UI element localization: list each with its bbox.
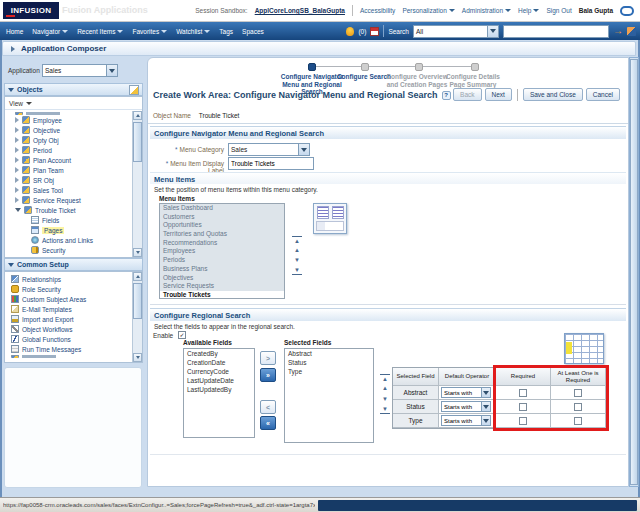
list-item[interactable]: E-Mail Templates — [5, 304, 132, 314]
at-least-one-checkbox[interactable] — [574, 403, 582, 411]
menu-item[interactable]: Opportunities — [160, 221, 284, 230]
alerts-bell-icon[interactable] — [346, 27, 354, 36]
sandbox-link[interactable]: ApplCoreLongSB_BalaGupta — [255, 7, 345, 14]
tree-item[interactable]: Objective — [5, 125, 132, 135]
at-least-one-checkbox[interactable] — [574, 389, 582, 397]
sign-out-link[interactable]: Sign Out — [546, 7, 571, 14]
train-stop-2[interactable] — [361, 63, 369, 71]
scroll-down-icon[interactable] — [133, 248, 142, 257]
nav-tags[interactable]: Tags — [219, 28, 233, 35]
row-move-down-icon[interactable]: ▼ — [380, 395, 390, 404]
help-menu[interactable]: Help — [518, 7, 539, 14]
collapse-icon[interactable] — [15, 208, 21, 212]
menu-item[interactable]: Business Plans — [160, 265, 284, 274]
menu-item[interactable]: Service Requests — [160, 282, 284, 291]
search-scope-select[interactable]: All — [413, 25, 499, 38]
move-selected-button[interactable]: > — [260, 351, 276, 365]
application-select[interactable]: Sales — [42, 64, 118, 77]
chat-icon[interactable] — [620, 6, 634, 16]
tree-item-fields[interactable]: Fields — [5, 215, 132, 225]
tree-item-pages[interactable]: Pages — [5, 225, 132, 235]
tree-item[interactable]: SR Obj — [5, 175, 132, 185]
common-setup-header[interactable]: Common Setup — [4, 258, 143, 271]
menu-item[interactable]: Objectives — [160, 274, 284, 283]
view-menu[interactable]: View — [5, 97, 142, 110]
move-up-icon[interactable]: ▲ — [292, 246, 302, 255]
menu-item-selected[interactable]: Trouble Tickets — [160, 291, 284, 299]
chevron-down-icon[interactable] — [481, 388, 490, 397]
accessibility-link[interactable]: Accessibility — [360, 7, 395, 14]
expand-icon[interactable] — [15, 137, 19, 143]
nav-watchlist[interactable]: Watchlist — [176, 28, 210, 35]
remove-all-button[interactable]: « — [260, 416, 276, 430]
remove-selected-button[interactable]: < — [260, 400, 276, 414]
tree-item-security[interactable]: Security — [5, 245, 132, 255]
scroll-up-icon[interactable] — [133, 111, 142, 120]
available-fields-listbox[interactable]: CreatedBy CreationDate CurrencyCode Last… — [183, 348, 255, 438]
list-item[interactable]: Import and Export — [5, 314, 132, 324]
row-move-top-icon[interactable]: ▲ — [380, 374, 390, 383]
enable-checkbox[interactable]: ✓ — [178, 331, 186, 339]
available-field[interactable]: CurrencyCode — [184, 367, 254, 376]
global-search-input[interactable] — [503, 25, 609, 38]
scrollbar-thumb[interactable] — [630, 59, 638, 485]
expand-icon[interactable] — [15, 117, 19, 123]
new-object-icon[interactable] — [129, 85, 139, 95]
tree-item-actions-links[interactable]: Actions and Links — [5, 235, 132, 245]
nav-spaces[interactable]: Spaces — [242, 28, 264, 35]
move-all-button[interactable]: » — [260, 368, 276, 382]
menu-category-select[interactable]: Sales — [228, 143, 310, 156]
tree-item[interactable]: Opty Obj — [5, 135, 132, 145]
expand-icon[interactable] — [15, 177, 19, 183]
operator-select[interactable]: Starts with — [441, 415, 491, 426]
available-field[interactable]: LastUpdateDate — [184, 376, 254, 385]
list-item[interactable]: Run Time Messages — [5, 344, 132, 354]
expand-icon[interactable] — [15, 147, 19, 153]
nav-navigator[interactable]: Navigator — [32, 28, 68, 35]
save-and-close-button[interactable]: Save and Close — [523, 88, 583, 101]
menu-item[interactable]: Periods — [160, 256, 284, 265]
tree-item[interactable]: Plan Team — [5, 165, 132, 175]
expand-icon[interactable] — [15, 187, 19, 193]
calendar-icon[interactable] — [370, 27, 379, 36]
scrollbar-thumb[interactable] — [133, 122, 142, 162]
available-field[interactable]: LastUpdatedBy — [184, 385, 254, 394]
scrollbar-thumb[interactable] — [133, 283, 142, 319]
table-row-field[interactable]: Status — [393, 400, 439, 414]
move-down-icon[interactable]: ▼ — [292, 256, 302, 265]
operator-select[interactable]: Starts with — [441, 387, 491, 398]
selected-field[interactable]: Type — [285, 367, 373, 376]
menu-item[interactable]: Employees — [160, 247, 284, 256]
row-move-up-icon[interactable]: ▲ — [380, 384, 390, 393]
selected-field[interactable]: Status — [285, 358, 373, 367]
common-scrollbar[interactable] — [132, 272, 142, 362]
personalization-menu[interactable]: Personalization — [402, 7, 454, 14]
nav-recent-items[interactable]: Recent Items — [77, 28, 123, 35]
tree-item[interactable]: Plan Account — [5, 155, 132, 165]
objects-panel-header[interactable]: Objects — [4, 83, 143, 96]
tree-item-trouble-ticket[interactable]: Trouble Ticket — [5, 205, 132, 215]
cancel-button[interactable]: Cancel — [586, 88, 620, 101]
menu-item[interactable]: Recommendations — [160, 239, 284, 248]
tree-item[interactable]: Sales Tool — [5, 185, 132, 195]
tree-item[interactable]: Employee — [5, 115, 132, 125]
chevron-down-icon[interactable] — [481, 402, 490, 411]
tree-item[interactable]: Period — [5, 145, 132, 155]
table-row-field[interactable]: Abstract — [393, 386, 439, 400]
menu-item[interactable]: Customers — [160, 213, 284, 222]
move-top-icon[interactable]: ▲ — [292, 236, 302, 245]
chevron-down-icon[interactable] — [106, 65, 117, 76]
at-least-one-checkbox[interactable] — [574, 417, 582, 425]
list-item[interactable]: Custom Subject Areas — [5, 294, 132, 304]
expand-icon[interactable] — [15, 197, 19, 203]
list-item[interactable]: Role Security — [5, 284, 132, 294]
list-item[interactable]: Global Functions — [5, 334, 132, 344]
required-checkbox[interactable] — [519, 389, 527, 397]
next-button[interactable]: Next — [485, 88, 512, 101]
required-checkbox[interactable] — [519, 403, 527, 411]
chevron-down-icon[interactable] — [487, 26, 498, 37]
chevron-down-icon[interactable] — [481, 416, 490, 425]
row-move-bottom-icon[interactable]: ▼ — [380, 405, 390, 414]
operator-select[interactable]: Starts with — [441, 401, 491, 412]
table-row-field[interactable]: Type — [393, 414, 439, 428]
